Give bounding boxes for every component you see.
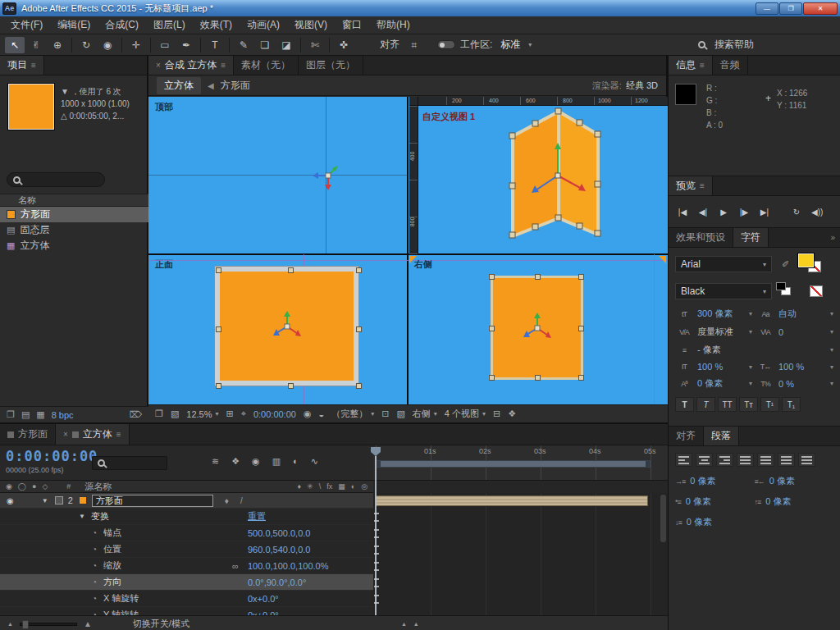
tab-audio[interactable]: 音频 <box>713 56 748 75</box>
property-row-y-rotation[interactable]: ◔ Y 轴旋转 0x+0.0° <box>0 607 373 615</box>
property-row-x-rotation[interactable]: ◔ X 轴旋转 0x+0.0° <box>0 591 373 607</box>
font-style-select[interactable]: Black ▾ <box>675 283 772 299</box>
shape-tool-icon[interactable]: ▭ <box>155 37 175 53</box>
composition-viewport[interactable]: 顶部 200 400 600 800 1000 1200 400 800 自定义… <box>148 97 668 404</box>
solo-column-icon[interactable]: ● <box>32 482 36 491</box>
vertical-scale-field[interactable]: IT 100 % ▾ <box>675 362 752 372</box>
timeline-ruler[interactable]: 01s 02s 03s 04s 05s <box>373 445 668 481</box>
source-name-column[interactable]: 源名称 <box>84 481 112 493</box>
label-color-chip[interactable] <box>55 496 63 504</box>
first-line-indent-field[interactable]: *≡ 0 像素 <box>675 495 755 508</box>
custom-view-3d-object[interactable] <box>408 97 668 254</box>
hand-tool-icon[interactable]: ✌ <box>26 37 46 53</box>
active-view-select[interactable]: 右侧 ▾ <box>413 408 437 420</box>
breadcrumb-layer[interactable]: 方形面 <box>221 79 250 93</box>
justify-last-right-button[interactable] <box>778 453 795 467</box>
fill-stroke-swatches[interactable] <box>798 253 828 275</box>
collapse-group-icon[interactable]: ▼ <box>79 513 85 520</box>
collapse-switch-icon[interactable]: ✳ <box>307 482 313 491</box>
renderer-info[interactable]: 渲染器: 经典 3D <box>592 80 658 92</box>
eraser-tool-icon[interactable]: ◪ <box>276 37 296 53</box>
selection-handle[interactable] <box>288 267 294 273</box>
pixel-aspect-icon[interactable]: ▧ <box>396 409 404 419</box>
new-folder-icon[interactable]: ▤ <box>21 410 30 419</box>
expand-layer-icon[interactable]: ▼ <box>42 497 48 504</box>
selection-handle[interactable] <box>578 326 584 331</box>
right-indent-field[interactable]: ≡← 0 像素 <box>755 475 834 487</box>
property-row-scale[interactable]: ◔ 缩放 ∞ 100.0,100.0,100.0% <box>0 558 373 574</box>
project-column-header[interactable]: 名称 <box>0 194 148 207</box>
stopwatch-icon[interactable]: ◔ <box>92 561 97 570</box>
zoom-slider-handle[interactable] <box>22 620 29 629</box>
lock-column-icon[interactable]: ◇ <box>42 482 48 491</box>
grid-guides-icon[interactable]: ⊞ <box>226 409 234 419</box>
front-view-layer[interactable] <box>215 267 358 386</box>
zoom-out-icon[interactable]: ▲ <box>7 621 13 627</box>
tab-preview[interactable]: 预览 ≡ <box>669 176 713 195</box>
space-after-field[interactable]: ↓≡ 0 像素 <box>675 516 755 528</box>
pan-behind-tool-icon[interactable]: ✛ <box>126 37 146 53</box>
menu-window[interactable]: 窗口 <box>335 16 369 34</box>
align-left-button[interactable] <box>675 453 692 467</box>
selection-handle[interactable] <box>578 375 584 381</box>
timeline-scrollbar[interactable] <box>660 495 666 542</box>
quality-icon[interactable]: / <box>240 496 243 505</box>
flowchart-icon[interactable]: ❖ <box>508 409 516 419</box>
tab-footage[interactable]: 素材（无） <box>234 56 299 75</box>
frame-blending-icon[interactable]: ▥ <box>272 456 281 467</box>
3d-switch-icon[interactable]: ◎ <box>361 482 368 491</box>
quality-switch-icon[interactable]: \ <box>319 482 322 491</box>
motion-blur-switch-icon[interactable]: ◐ <box>351 482 355 491</box>
property-row-anchor[interactable]: ◔ 锚点 500.0,500.0,0.0 <box>0 525 373 541</box>
workspace-value[interactable]: 标准 <box>500 38 520 52</box>
reset-link[interactable]: 重置 <box>248 510 266 523</box>
rotate-tool-icon[interactable]: ↻ <box>76 37 96 53</box>
timeline-track-area[interactable] <box>373 493 668 615</box>
hide-shy-layers-icon[interactable]: ◉ <box>252 456 260 467</box>
selection-handle[interactable] <box>216 383 221 389</box>
menu-file[interactable]: 文件(F) <box>3 16 50 34</box>
audio-mute-button[interactable]: ◀)) <box>811 208 823 217</box>
tracking-field[interactable]: V\A 0 ▾ <box>756 327 833 337</box>
minimize-button[interactable]: — <box>756 2 778 15</box>
justify-last-center-button[interactable] <box>757 453 774 467</box>
mini-flowchart-icon[interactable]: ≋ <box>212 456 219 467</box>
eye-icon[interactable]: ◉ <box>7 496 14 505</box>
selection-handle[interactable] <box>489 274 495 280</box>
tab-project[interactable]: 项目 ≡ <box>0 56 44 75</box>
audio-column-icon[interactable]: ◯ <box>18 482 26 491</box>
align-right-button[interactable] <box>716 453 733 467</box>
selection-handle[interactable] <box>216 267 221 273</box>
work-area-bar[interactable] <box>376 460 651 468</box>
menu-view[interactable]: 视图(V) <box>287 16 335 34</box>
menu-effect[interactable]: 效果(T) <box>193 16 240 34</box>
faux-bold-button[interactable]: T <box>675 397 694 412</box>
brush-tool-icon[interactable]: ✎ <box>234 37 253 53</box>
list-item[interactable]: 方形面 <box>0 207 148 222</box>
tab-info[interactable]: 信息 ≡ <box>669 56 713 75</box>
draft-3d-icon[interactable]: ❖ <box>231 456 240 467</box>
selection-handle[interactable] <box>356 326 362 332</box>
timeline-shortcut-icon[interactable]: ⊟ <box>493 409 500 419</box>
toggle-switches-modes-button[interactable]: 切换开关/模式 <box>133 618 189 630</box>
tab-layer[interactable]: 图层（无） <box>299 56 363 75</box>
no-color-swatch[interactable] <box>810 285 823 297</box>
type-tool-icon[interactable]: T <box>205 37 225 53</box>
help-search[interactable]: 搜索帮助 <box>698 38 757 52</box>
layer-number-column[interactable]: # <box>66 482 71 491</box>
current-time-indicator-line[interactable] <box>375 456 377 615</box>
superscript-button[interactable]: T¹ <box>760 397 779 412</box>
pen-tool-icon[interactable]: ✒ <box>176 37 196 53</box>
selection-handle[interactable] <box>356 267 362 273</box>
resolution-select[interactable]: （完整） ▾ <box>331 408 374 420</box>
selection-handle[interactable] <box>489 375 495 381</box>
stopwatch-icon[interactable]: ◔ <box>92 545 97 554</box>
fill-color-swatch[interactable] <box>798 253 814 267</box>
timeline-search-input[interactable] <box>92 456 167 470</box>
close-tab-icon[interactable]: × <box>156 61 161 70</box>
selection-handle[interactable] <box>535 375 541 381</box>
stopwatch-icon[interactable]: ◔ <box>92 594 97 603</box>
roto-brush-tool-icon[interactable]: ✄ <box>305 37 325 53</box>
menu-layer[interactable]: 图层(L) <box>146 16 193 34</box>
clone-stamp-tool-icon[interactable]: ❏ <box>255 37 275 53</box>
